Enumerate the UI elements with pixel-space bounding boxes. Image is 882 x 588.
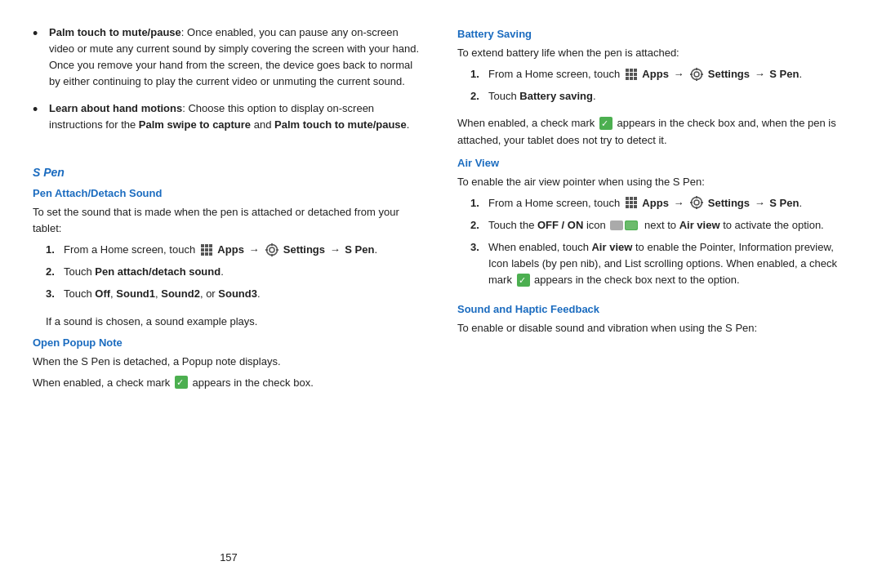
svg-rect-37 [630, 205, 633, 208]
svg-rect-23 [634, 77, 637, 80]
step-num-2: 2. [46, 264, 64, 280]
battery-period: . [799, 68, 802, 80]
apps-label-2: Apps [642, 68, 669, 80]
svg-rect-42 [696, 207, 697, 209]
svg-rect-47 [626, 221, 637, 229]
air-view-step-num-1: 1. [470, 195, 488, 212]
step-1-content: From a Home screen, touch Apps → [64, 242, 425, 258]
air-view-step-2: 2. Touch the OFF / ON icon next to Air v… [470, 217, 849, 234]
period-1: . [374, 243, 377, 256]
off-on-label: OFF / ON [537, 219, 583, 231]
svg-point-39 [694, 200, 699, 205]
svg-rect-35 [634, 201, 637, 204]
bullet-palm-mute-text: Palm touch to mute/pause: Once enabled, … [49, 24, 425, 91]
apps-label-1: Apps [217, 243, 244, 256]
air-view-step-1-content: From a Home screen, touch Apps → [488, 195, 849, 212]
air-view-step-num-2: 2. [470, 217, 488, 234]
learn-motions-term: Learn about hand motions [49, 102, 182, 114]
svg-rect-11 [271, 243, 273, 246]
svg-rect-43 [690, 202, 693, 203]
svg-rect-20 [634, 73, 637, 76]
sound3-label: Sound3 [218, 287, 257, 300]
svg-rect-12 [271, 254, 273, 256]
pen-attach-steps: 1. From a Home screen, touch App [46, 242, 425, 308]
svg-rect-36 [626, 205, 629, 208]
settings-gear-icon-3 [690, 196, 703, 209]
settings-label-1: Settings [283, 243, 325, 256]
battery-step-num-2: 2. [470, 88, 488, 105]
battery-arrow-1: → [673, 68, 684, 80]
left-column: • Palm touch to mute/pause: Once enabled… [33, 24, 425, 564]
sound-haptic-heading: Sound and Haptic Feedback [457, 303, 849, 315]
air-view-label-2: Air view [591, 241, 632, 253]
battery-step-2-content: Touch Battery saving. [488, 88, 849, 105]
air-view-step-3-content: When enabled, touch Air view to enable t… [488, 239, 849, 288]
open-popup-text2: When enabled, a check mark appears in th… [33, 375, 425, 391]
air-arrow-2: → [755, 197, 765, 209]
air-view-steps: 1. From a Home screen, touch App [470, 195, 849, 295]
battery-step-1-content: From a Home screen, touch Apps → [488, 66, 849, 82]
sound1-label: Sound1 [116, 287, 155, 300]
svg-rect-16 [630, 69, 633, 72]
svg-rect-7 [205, 252, 208, 256]
svg-rect-4 [205, 248, 208, 252]
battery-step-1: 1. From a Home screen, touch App [470, 66, 849, 82]
arrow-2: → [330, 243, 341, 256]
svg-rect-17 [634, 69, 637, 72]
svg-rect-2 [209, 244, 212, 247]
svg-rect-32 [634, 197, 637, 200]
open-popup-heading: Open Popup Note [33, 336, 425, 349]
svg-rect-30 [626, 197, 629, 200]
pen-attach-step-3: 3. Touch Off, Sound1, Sound2, or Sound3. [46, 286, 425, 302]
svg-rect-6 [201, 252, 204, 256]
pen-attach-step-1: 1. From a Home screen, touch App [46, 242, 425, 258]
open-popup-check-label: When enabled, a check mark [33, 376, 173, 389]
svg-point-9 [270, 247, 274, 252]
bullet-learn-motions: • Learn about hand motions: Choose this … [33, 100, 425, 133]
pen-attach-intro: To set the sound that is made when the p… [33, 204, 425, 237]
check-icon-2 [599, 117, 612, 130]
bullet-dot: • [33, 23, 44, 46]
svg-rect-1 [205, 244, 208, 247]
svg-rect-8 [209, 252, 212, 256]
svg-point-25 [692, 69, 702, 79]
air-view-step-3: 3. When enabled, touch Air view to enabl… [470, 239, 849, 288]
svg-rect-21 [626, 77, 629, 80]
air-view-step-2-content: Touch the OFF / ON icon next to Air view… [488, 217, 849, 234]
arrow-1: → [248, 243, 259, 256]
pen-attach-heading: Pen Attach/Detach Sound [33, 187, 425, 199]
svg-rect-3 [201, 248, 204, 252]
battery-check-label: When enabled, a check mark [457, 117, 598, 129]
air-view-heading: Air View [457, 157, 849, 169]
svg-rect-22 [630, 77, 633, 80]
settings-gear-icon [265, 243, 278, 256]
bullet-learn-motions-text: Learn about hand motions: Choose this op… [49, 100, 425, 133]
palm-swipe-term: Palm swipe to capture [139, 118, 251, 131]
spen-heading: S Pen [33, 166, 425, 179]
air-view-intro: To enable the air view pointer when usin… [457, 174, 849, 190]
svg-rect-18 [626, 73, 629, 76]
svg-point-10 [267, 244, 278, 255]
battery-note: When enabled, a check mark appears in th… [457, 115, 849, 148]
step-3-content: Touch Off, Sound1, Sound2, or Sound3. [64, 286, 425, 302]
apps-label-3: Apps [642, 197, 669, 209]
air-view-step-1: 1. From a Home screen, touch App [470, 195, 849, 212]
check-icon-1 [175, 376, 188, 389]
battery-arrow-2: → [755, 68, 765, 80]
sound2-label: Sound2 [161, 287, 200, 300]
open-popup-appears: appears in the check box. [193, 376, 314, 389]
apps-grid-icon [200, 243, 213, 256]
learn-motions-and: and [251, 118, 274, 131]
battery-saving-label: Battery saving [519, 90, 593, 102]
step-num-1: 1. [46, 242, 64, 258]
svg-rect-14 [276, 249, 278, 251]
battery-intro: To extend battery life when the pen is a… [457, 45, 849, 61]
svg-rect-29 [701, 74, 703, 75]
svg-rect-15 [626, 69, 629, 72]
open-popup-text1: When the S Pen is detached, a Popup note… [33, 354, 425, 370]
apps-grid-icon-3 [625, 196, 638, 209]
battery-step-2: 2. Touch Battery saving. [470, 88, 849, 105]
spen-label-1: S Pen [345, 243, 374, 256]
air-view-step-num-3: 3. [470, 239, 488, 256]
svg-rect-33 [626, 201, 629, 204]
